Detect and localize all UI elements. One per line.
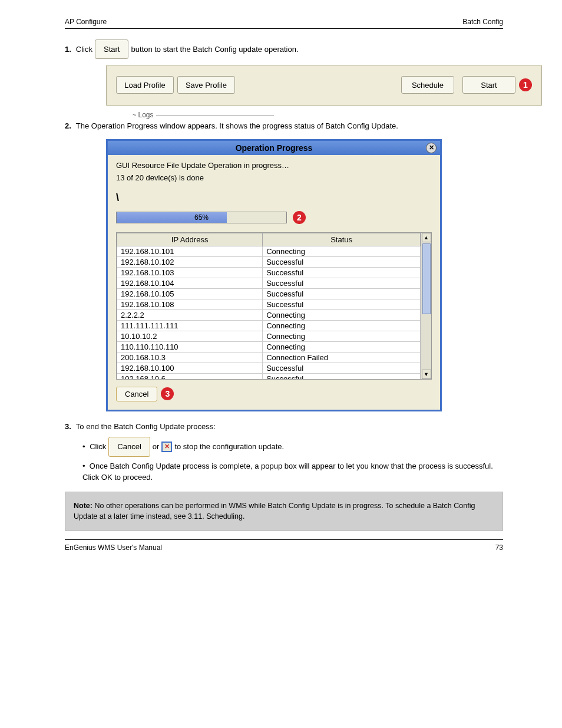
callout-badge-3: 3 bbox=[161, 387, 174, 400]
cell-status: Successful bbox=[263, 299, 421, 309]
cell-ip: 102.168.10.6 bbox=[117, 373, 263, 379]
cell-ip: 111.111.111.111 bbox=[117, 320, 263, 331]
page-footer: EnGenius WMS User's Manual 73 bbox=[65, 539, 503, 552]
progress-bar: 65% bbox=[116, 212, 287, 223]
load-profile-button[interactable]: Load Profile bbox=[116, 76, 174, 94]
bullet-a-pre: Click bbox=[90, 440, 106, 453]
table-row: 111.111.111.111Connecting bbox=[117, 320, 421, 331]
scrollbar[interactable]: ▲ ▼ bbox=[421, 233, 431, 379]
cell-status: Connecting bbox=[263, 320, 421, 331]
note-label: Note: bbox=[74, 502, 92, 510]
step-2: 2. The Operation Progress window appears… bbox=[65, 119, 503, 133]
cell-ip: 110.110.110.110 bbox=[117, 341, 263, 352]
cell-ip: 2.2.2.2 bbox=[117, 309, 263, 320]
operation-progress-dialog: Operation Progress ✕ GUI Resource File U… bbox=[106, 139, 442, 411]
dialog-message: GUI Resource File Update Operation in pr… bbox=[116, 161, 432, 170]
cancel-button[interactable]: Cancel bbox=[116, 387, 157, 401]
cell-ip: 192.168.10.108 bbox=[117, 299, 263, 309]
cell-status: Connecting bbox=[263, 309, 421, 320]
cell-status: Successful bbox=[263, 267, 421, 278]
spinner-icon: \ bbox=[116, 192, 432, 204]
table-row: 10.10.10.2Connecting bbox=[117, 331, 421, 341]
cell-ip: 10.10.10.2 bbox=[117, 331, 263, 341]
cell-status: Successful bbox=[263, 288, 421, 299]
dialog-titlebar: Operation Progress ✕ bbox=[108, 141, 440, 155]
table-row: 200.168.10.3Connection Failed bbox=[117, 352, 421, 363]
table-row: 102.168.10.6Successful bbox=[117, 373, 421, 379]
table-row: 192.168.10.103Successful bbox=[117, 267, 421, 278]
cell-status: Connecting bbox=[263, 246, 421, 256]
callout-badge-2: 2 bbox=[293, 211, 306, 224]
bullet-dot-2: • bbox=[82, 462, 87, 470]
note-text: No other operations can be performed in … bbox=[74, 502, 475, 521]
step3-num: 3. bbox=[65, 420, 71, 433]
table-row: 110.110.110.110Connecting bbox=[117, 341, 421, 352]
start-button[interactable]: Start bbox=[462, 76, 515, 94]
table-row: 2.2.2.2Connecting bbox=[117, 309, 421, 320]
cell-status: Successful bbox=[263, 256, 421, 267]
logs-fragment: ~ Logs bbox=[133, 111, 503, 119]
step2-num: 2. bbox=[65, 119, 71, 133]
status-table-container: IP Address Status 192.168.10.101Connecti… bbox=[116, 232, 432, 380]
step1-text-b: button to start the Batch Config update … bbox=[131, 42, 298, 56]
dialog-title-text: Operation Progress bbox=[236, 143, 313, 153]
cell-status: Successful bbox=[263, 363, 421, 373]
table-row: 192.168.10.108Successful bbox=[117, 299, 421, 309]
scroll-down-icon[interactable]: ▼ bbox=[422, 370, 431, 379]
callout-badge-1: 1 bbox=[519, 78, 532, 91]
bullet-dot: • bbox=[82, 440, 87, 453]
step-3: 3. To end the Batch Config Update proces… bbox=[65, 420, 503, 483]
step3-text: To end the Batch Config Update process: bbox=[76, 420, 216, 433]
close-icon-inline[interactable]: ✕ bbox=[161, 442, 172, 452]
cell-ip: 192.168.10.102 bbox=[117, 256, 263, 267]
bullet-b: Once Batch Config Update process is comp… bbox=[82, 462, 493, 482]
cell-status: Connection Failed bbox=[263, 352, 421, 363]
table-row: 192.168.10.102Successful bbox=[117, 256, 421, 267]
step2-text: The Operation Progress window appears. I… bbox=[76, 119, 398, 133]
header-left: AP Configure bbox=[65, 18, 107, 26]
table-row: 192.168.10.100Successful bbox=[117, 363, 421, 373]
step1-text-a: Click bbox=[76, 42, 92, 56]
cell-ip: 192.168.10.104 bbox=[117, 278, 263, 288]
dialog-count: 13 of 20 device(s) is done bbox=[116, 173, 432, 182]
col-status: Status bbox=[263, 233, 421, 246]
table-row: 192.168.10.105Successful bbox=[117, 288, 421, 299]
cell-ip: 192.168.10.103 bbox=[117, 267, 263, 278]
cell-status: Successful bbox=[263, 373, 421, 379]
bullet-a-post: to stop the configuration update. bbox=[174, 440, 284, 453]
progress-percent: 65% bbox=[117, 212, 286, 223]
step-1: 1. Click Start button to start the Batch… bbox=[65, 39, 503, 59]
cell-status: Connecting bbox=[263, 341, 421, 352]
bullet-a-mid: or bbox=[153, 440, 160, 453]
logs-label: Logs bbox=[138, 111, 153, 119]
schedule-button[interactable]: Schedule bbox=[401, 76, 454, 94]
page-header: AP Configure Batch Config bbox=[65, 18, 503, 29]
table-row: 192.168.10.101Connecting bbox=[117, 246, 421, 256]
cancel-button-inline[interactable]: Cancel bbox=[108, 437, 150, 456]
cell-ip: 192.168.10.100 bbox=[117, 363, 263, 373]
save-profile-button[interactable]: Save Profile bbox=[177, 76, 235, 94]
cell-ip: 192.168.10.101 bbox=[117, 246, 263, 256]
cell-ip: 192.168.10.105 bbox=[117, 288, 263, 299]
step1-num: 1. bbox=[65, 42, 71, 56]
col-ip: IP Address bbox=[117, 233, 263, 246]
toolbar-screenshot: Load Profile Save Profile Schedule Start… bbox=[106, 65, 542, 106]
start-button-inline[interactable]: Start bbox=[95, 39, 128, 59]
footer-left: EnGenius WMS User's Manual bbox=[65, 543, 162, 552]
status-table: IP Address Status 192.168.10.101Connecti… bbox=[117, 233, 421, 379]
header-right: Batch Config bbox=[462, 18, 503, 26]
cell-status: Successful bbox=[263, 278, 421, 288]
note-box: Note: No other operations can be perform… bbox=[65, 492, 503, 532]
scroll-up-icon[interactable]: ▲ bbox=[422, 233, 431, 242]
footer-right: 73 bbox=[495, 543, 503, 552]
table-row: 192.168.10.104Successful bbox=[117, 278, 421, 288]
cell-status: Connecting bbox=[263, 331, 421, 341]
cell-ip: 200.168.10.3 bbox=[117, 352, 263, 363]
scroll-thumb[interactable] bbox=[422, 243, 431, 314]
close-icon[interactable]: ✕ bbox=[426, 143, 437, 153]
